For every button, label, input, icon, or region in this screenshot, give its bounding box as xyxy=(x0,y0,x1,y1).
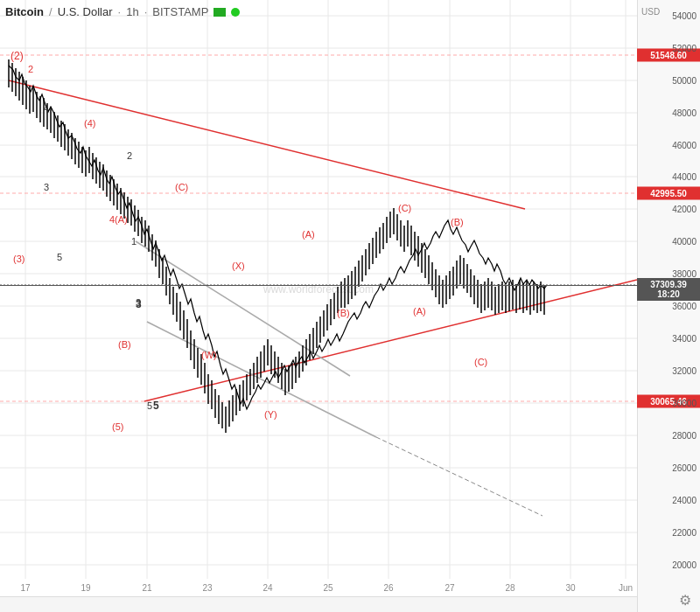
price-axis: USD 51548.60 42995.50 30065.46 54000 520… xyxy=(637,0,700,612)
symbol-title: Bitcoin xyxy=(5,5,44,18)
date-jun: Jun xyxy=(619,583,633,593)
svg-text:5: 5 xyxy=(147,400,152,411)
price-52000: 52000 xyxy=(672,44,696,53)
svg-text:(A): (A) xyxy=(302,229,315,240)
price-44000: 44000 xyxy=(672,172,696,182)
svg-text:(C): (C) xyxy=(175,182,188,192)
currency-label: U.S. Dollar xyxy=(58,5,113,18)
svg-text:(W): (W) xyxy=(201,350,217,360)
chart-container: Bitcoin / U.S. Dollar · 1h · BITSTAMP ww… xyxy=(0,0,700,612)
currency-symbol: USD xyxy=(641,7,660,17)
sep2: · xyxy=(118,5,122,18)
date-21: 21 xyxy=(142,583,151,593)
svg-text:2: 2 xyxy=(127,150,132,161)
svg-text:4: 4 xyxy=(44,103,49,114)
svg-text:(A): (A) xyxy=(413,306,426,316)
price-32000: 32000 xyxy=(672,366,696,376)
price-46000: 46000 xyxy=(672,141,696,150)
svg-text:(C): (C) xyxy=(474,357,487,367)
price-30000: 30000 xyxy=(672,399,696,408)
current-price-value: 37309.39 xyxy=(637,280,700,289)
bottom-bar xyxy=(0,596,637,612)
price-40000: 40000 xyxy=(672,237,696,247)
svg-rect-0 xyxy=(0,0,637,579)
price-38000: 38000 xyxy=(672,269,696,279)
price-54000: 54000 xyxy=(672,11,696,21)
date-27: 27 xyxy=(444,583,454,593)
current-price-time: 18:20 xyxy=(637,289,700,299)
level-42995: 42995.50 xyxy=(637,187,700,200)
exchange-label: BITSTAMP xyxy=(152,5,208,18)
svg-line-35 xyxy=(144,280,637,401)
date-24: 24 xyxy=(262,583,272,593)
flag-icon xyxy=(214,8,226,17)
svg-text:(B): (B) xyxy=(337,308,350,318)
date-25: 25 xyxy=(323,583,332,593)
svg-line-37 xyxy=(147,322,376,437)
price-24000: 24000 xyxy=(672,496,696,505)
svg-text:3: 3 xyxy=(44,182,49,192)
svg-text:2: 2 xyxy=(28,64,33,74)
current-price-box: 37309.39 18:20 xyxy=(637,278,700,301)
svg-text:4(A): 4(A) xyxy=(109,214,128,225)
svg-text:(B): (B) xyxy=(451,217,464,227)
date-30: 30 xyxy=(565,583,575,593)
svg-text:(2): (2) xyxy=(10,50,24,62)
price-48000: 48000 xyxy=(672,108,696,118)
price-20000: 20000 xyxy=(672,560,696,570)
price-50000: 50000 xyxy=(672,76,696,86)
svg-text:(3): (3) xyxy=(13,254,24,264)
live-dot-icon xyxy=(231,8,240,17)
timeframe-label: 1h xyxy=(126,5,138,18)
svg-text:(B): (B) xyxy=(118,339,131,350)
svg-line-38 xyxy=(376,437,542,516)
svg-text:(C): (C) xyxy=(398,203,411,213)
date-28: 28 xyxy=(505,583,514,593)
price-42000: 42000 xyxy=(672,205,696,214)
svg-text:3: 3 xyxy=(136,298,142,310)
svg-text:(X): (X) xyxy=(232,261,245,271)
svg-text:(5): (5) xyxy=(112,421,123,432)
svg-text:(4): (4) xyxy=(84,118,95,129)
current-price-line xyxy=(0,285,637,286)
price-28000: 28000 xyxy=(672,431,696,441)
svg-text:(Y): (Y) xyxy=(264,409,277,420)
chart-header: Bitcoin / U.S. Dollar · 1h · BITSTAMP xyxy=(5,5,240,18)
sep3: · xyxy=(144,5,148,18)
chart-area: www.worldforecast.com xyxy=(0,0,637,579)
svg-text:5: 5 xyxy=(57,252,62,262)
chart-svg: (2) 2 4 (4) 2 3 4(A) 1 (3) 5 (C) (X) (B)… xyxy=(0,0,637,579)
price-36000: 36000 xyxy=(672,302,696,311)
svg-text:1: 1 xyxy=(131,236,136,247)
price-22000: 22000 xyxy=(672,528,696,538)
price-26000: 26000 xyxy=(672,463,696,473)
sep1: / xyxy=(49,5,52,18)
gear-icon[interactable]: ⚙ xyxy=(679,592,691,609)
date-23: 23 xyxy=(202,583,212,593)
price-34000: 34000 xyxy=(672,334,696,344)
date-26: 26 xyxy=(383,583,393,593)
date-17: 17 xyxy=(20,583,30,593)
date-axis: 17 19 21 23 24 25 26 27 28 30 Jun xyxy=(0,579,637,596)
date-19: 19 xyxy=(80,583,90,593)
svg-text:5: 5 xyxy=(153,400,159,412)
